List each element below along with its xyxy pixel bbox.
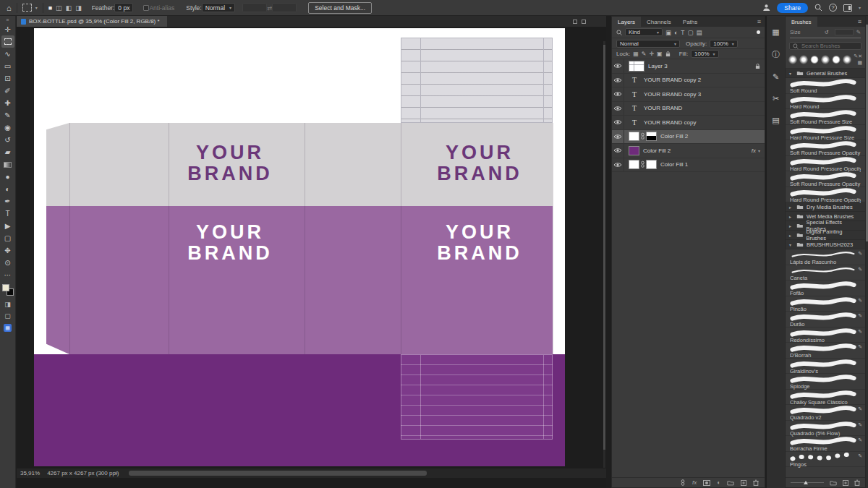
tool-path-selection[interactable]: ▶: [1, 220, 14, 232]
style-select[interactable]: Normal ▾: [202, 3, 235, 12]
brush-item[interactable]: Giraldinov's: [786, 359, 865, 374]
brush-size-slider[interactable]: [786, 35, 865, 40]
brush-size-input[interactable]: [835, 29, 854, 35]
tool-rectangular-marquee[interactable]: [1, 35, 14, 48]
filter-pixel-icon[interactable]: ▣: [665, 29, 671, 36]
layer-row[interactable]: Color Fill 2fx▾: [612, 144, 765, 158]
panel-menu-icon[interactable]: ≡: [854, 17, 865, 27]
brush-item[interactable]: Soft Round: [786, 78, 865, 94]
layer-thumbnail[interactable]: T: [629, 104, 640, 112]
layer-thumbnail[interactable]: [629, 160, 657, 169]
brush-item[interactable]: Hard Round Pressure Opacity...: [786, 187, 865, 203]
tool-move[interactable]: ✛: [1, 23, 14, 35]
clipboard-panel-icon[interactable]: ▤: [772, 116, 779, 125]
brush-item[interactable]: Durão✎: [786, 312, 865, 328]
vertical-scrollbar[interactable]: [603, 41, 605, 468]
layer-thumbnail[interactable]: [629, 61, 644, 72]
visibility-eye-icon[interactable]: [612, 130, 624, 144]
brush-item[interactable]: Soft Round Pressure Opacity a...: [786, 171, 865, 187]
feather-input[interactable]: 0 px: [114, 3, 133, 12]
opacity-select[interactable]: 100%▾: [710, 40, 737, 48]
brush-item[interactable]: Soft Round Pressure Opacity: [786, 140, 865, 156]
blend-mode-select[interactable]: Normal▾: [616, 40, 680, 48]
help-icon[interactable]: ?: [829, 4, 837, 12]
visibility-eye-icon[interactable]: [612, 144, 624, 158]
filter-adjustment-icon[interactable]: ◐: [674, 29, 678, 36]
brush-preview-icon[interactable]: [843, 55, 851, 64]
brush-item[interactable]: Fofão: [786, 281, 865, 296]
new-group-icon[interactable]: [727, 480, 734, 486]
lock-position-icon[interactable]: ✛: [649, 51, 654, 57]
add-to-selection-icon[interactable]: ◫: [56, 4, 62, 12]
brush-item[interactable]: Chalky Square Clássico: [786, 390, 865, 406]
brush-folder[interactable]: ▾General Brushes: [786, 69, 865, 78]
tool-type[interactable]: T: [1, 207, 14, 220]
edit-brush-icon[interactable]: ✎✕: [854, 53, 862, 59]
layer-name[interactable]: YOUR BRAND copy: [644, 119, 696, 126]
tool-brush[interactable]: ✎: [1, 109, 14, 121]
tool-edit-toolbar[interactable]: ⋯: [1, 269, 14, 281]
pasteboard[interactable]: YOURBRAND YOURBRAND YOURBRAND YOURBRAND: [17, 27, 606, 488]
brush-preview-icon[interactable]: [832, 55, 841, 64]
lock-transparent-icon[interactable]: ▦: [633, 51, 639, 57]
screen-mode-icon[interactable]: ▢: [4, 312, 11, 320]
brush-preview-icon[interactable]: [799, 55, 808, 64]
document-tab[interactable]: BOX-BOTTLE.psd @ 35,9% (Color Fill 2, RG…: [17, 16, 167, 27]
new-brush-group-icon[interactable]: [830, 480, 837, 486]
reset-size-icon[interactable]: ↺: [824, 29, 828, 35]
width-input[interactable]: [242, 3, 267, 12]
delete-brush-icon[interactable]: [854, 479, 860, 486]
layer-name[interactable]: YOUR BRAND copy 3: [644, 91, 701, 98]
layer-name[interactable]: YOUR BRAND: [644, 105, 682, 111]
share-button[interactable]: Share: [777, 3, 808, 13]
workspace-icon[interactable]: [843, 4, 852, 12]
tool-object-selection[interactable]: ▭: [1, 60, 14, 72]
brush-tip-toggle-icon[interactable]: ✎: [856, 29, 861, 35]
layer-row[interactable]: TYOUR BRAND copy 2: [612, 74, 765, 88]
swap-dimensions-icon[interactable]: ⇄: [267, 4, 272, 12]
status-menu-arrow-icon[interactable]: >: [114, 470, 118, 476]
visibility-eye-icon[interactable]: [612, 74, 624, 87]
layer-row[interactable]: Layer 3: [612, 59, 765, 74]
fx-badge[interactable]: fx: [752, 147, 756, 154]
window-button-icon[interactable]: [573, 20, 577, 24]
info-panel-icon[interactable]: ⓘ: [772, 49, 780, 60]
new-layer-icon[interactable]: [741, 480, 746, 486]
tab-channels[interactable]: Channels: [641, 17, 677, 27]
layer-row[interactable]: TYOUR BRAND copy 3: [612, 87, 765, 102]
brush-item[interactable]: Pingos✎: [786, 452, 865, 468]
lock-artboard-icon[interactable]: ▣: [657, 51, 663, 57]
tool-zoom[interactable]: ⊙: [1, 257, 14, 269]
foreground-color[interactable]: [2, 284, 9, 291]
layer-mask-icon[interactable]: [703, 480, 710, 486]
brush-preview-icon[interactable]: [788, 55, 797, 64]
brush-item[interactable]: Lápis de Rascunho✎: [786, 249, 865, 265]
layer-row[interactable]: TYOUR BRAND: [612, 102, 765, 116]
subtract-from-selection-icon[interactable]: ◧: [66, 4, 72, 12]
intersect-selection-icon[interactable]: ◨: [75, 4, 82, 12]
layer-mask-thumbnail[interactable]: [646, 132, 657, 141]
new-brush-icon[interactable]: [843, 480, 848, 486]
tool-rectangle[interactable]: ▢: [1, 232, 14, 244]
layer-name[interactable]: Color Fill 2: [643, 147, 671, 154]
brush-item[interactable]: Pincão✎: [786, 296, 865, 312]
tool-preset[interactable]: ▾: [22, 4, 38, 12]
scissors-panel-icon[interactable]: ✂: [773, 94, 779, 103]
brush-item[interactable]: Redondíssimo✎: [786, 328, 865, 343]
user-account-icon[interactable]: [762, 4, 770, 12]
filter-shape-icon[interactable]: ▢: [687, 29, 693, 36]
tab-paths[interactable]: Paths: [677, 17, 703, 27]
anti-alias-checkbox[interactable]: [143, 5, 149, 11]
tab-layers[interactable]: Layers: [612, 17, 641, 27]
home-icon[interactable]: ⌂: [7, 4, 12, 12]
brush-folder[interactable]: ▸Digital Painting Brushes: [786, 231, 865, 240]
brush-item[interactable]: Quadrado v2✎: [786, 405, 865, 421]
thumbnail-size-slider[interactable]: [791, 482, 824, 483]
collapse-toolbar-icon[interactable]: »: [7, 17, 9, 22]
chevron-icon[interactable]: ▾: [758, 148, 760, 153]
filter-type-icon[interactable]: T: [681, 29, 684, 36]
layer-thumbnail[interactable]: T: [629, 119, 640, 127]
tool-lasso[interactable]: ∿: [1, 48, 14, 60]
layer-thumbnail[interactable]: T: [629, 76, 640, 84]
link-layers-icon[interactable]: [680, 479, 686, 486]
